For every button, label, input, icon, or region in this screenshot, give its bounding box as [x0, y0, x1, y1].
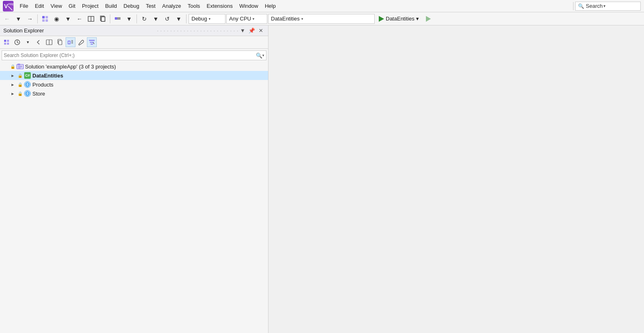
forward-button[interactable]: → [25, 14, 35, 24]
toolbar-sep-4 [186, 14, 187, 23]
se-properties-button[interactable] [66, 37, 75, 47]
se-search-bar[interactable]: 🔍 ▾ [2, 50, 266, 60]
store-icon [24, 90, 31, 97]
back-button[interactable]: ← [2, 14, 12, 24]
se-search-dropdown[interactable]: ▾ [262, 53, 264, 57]
platform-label: Any CPU [229, 16, 251, 22]
products-lock-icon: 🔒 [18, 82, 23, 87]
se-header-buttons: ▼ 📌 ✕ [239, 27, 265, 35]
undo-dropdown[interactable]: ▼ [150, 14, 161, 24]
class-view-button[interactable] [112, 14, 123, 24]
se-split-view-button[interactable] [44, 37, 54, 47]
split-button[interactable] [86, 14, 96, 24]
menu-window[interactable]: Window [236, 0, 262, 12]
se-close-button[interactable]: ✕ [257, 27, 265, 35]
content-area [269, 25, 644, 333]
copy-button[interactable] [97, 14, 108, 24]
toolbar: ← ▼ → ◉ ▼ ← ▼ [0, 12, 644, 25]
redo-dropdown[interactable]: ▼ [173, 14, 184, 24]
svg-rect-17 [4, 40, 6, 42]
project-dropdown[interactable]: DataEntities ▾ [268, 14, 375, 24]
dataentities-icon: C# [24, 72, 31, 79]
menu-search-label: Search [586, 3, 603, 9]
svg-rect-5 [46, 16, 48, 18]
menu-search-box[interactable]: 🔍 Search ▾ [575, 2, 641, 11]
solution-icon [16, 63, 24, 70]
solution-label: Solution 'exampleApp' (3 of 3 projects) [25, 64, 116, 70]
menu-extensions[interactable]: Extensions [203, 0, 236, 12]
toolbar-sep-2 [110, 14, 110, 23]
history-dropdown[interactable]: ▼ [63, 14, 73, 24]
run-outline-button[interactable] [423, 14, 434, 24]
se-pin-button[interactable]: 📌 [248, 27, 256, 35]
dataentities-lock-icon: 🔒 [18, 73, 23, 78]
menu-test[interactable]: Test [143, 0, 159, 12]
se-collapse-button[interactable]: ▼ [239, 27, 247, 35]
se-search-icon: 🔍 [256, 52, 262, 59]
menu-build[interactable]: Build [102, 0, 120, 12]
menu-debug[interactable]: Debug [120, 0, 142, 12]
se-history-button[interactable] [12, 37, 22, 47]
config-arrow: ▾ [209, 17, 211, 21]
play-outline-icon [426, 16, 431, 22]
menu-view[interactable]: View [47, 0, 65, 12]
menu-git[interactable]: Git [65, 0, 79, 12]
svg-rect-19 [4, 43, 6, 45]
se-sync-button[interactable] [2, 37, 11, 47]
svg-rect-36 [18, 64, 20, 65]
dataentities-arrow: ► [11, 73, 16, 78]
main-area: Solution Explorer · · · · · · · · · · · … [0, 25, 644, 333]
tree-project-products[interactable]: ► 🔒 Products [0, 80, 268, 89]
menu-bar: V PRE File Edit View Git Project Build D… [0, 0, 644, 12]
config-label: Debug [191, 16, 207, 22]
svg-rect-7 [46, 19, 48, 22]
toolbar-sep-3 [137, 14, 137, 23]
menu-tools[interactable]: Tools [184, 0, 203, 12]
products-label: Products [32, 82, 53, 88]
tree-project-store[interactable]: ► 🔒 Store [0, 89, 268, 98]
new-project-button[interactable] [40, 14, 50, 24]
menu-analyze[interactable]: Analyze [159, 0, 184, 12]
se-wrench-button[interactable] [76, 37, 86, 47]
dataentities-label: DataEntities [32, 73, 63, 79]
config-dropdown[interactable]: Debug ▾ [189, 14, 225, 24]
svg-rect-26 [68, 41, 70, 44]
history-button[interactable]: ◉ [51, 14, 62, 24]
menu-project[interactable]: Project [79, 0, 102, 12]
svg-rect-18 [7, 40, 9, 42]
se-history-dropdown[interactable]: ▼ [23, 37, 33, 47]
svg-line-33 [93, 43, 94, 44]
menu-separator [573, 2, 573, 10]
se-header-dots: · · · · · · · · · · · · · · · · · · · · … [157, 28, 239, 33]
store-arrow: ► [11, 91, 16, 96]
se-back-button[interactable] [34, 37, 43, 47]
svg-rect-30 [89, 40, 95, 41]
svg-rect-13 [115, 17, 117, 20]
run-label: DataEntities [386, 16, 414, 22]
project-label: DataEntities [271, 16, 300, 22]
class-view-dropdown[interactable]: ▼ [124, 14, 134, 24]
tree-solution-root[interactable]: 🔒 Solution 'exampleApp' (3 of 3 projects… [0, 62, 268, 71]
store-label: Store [32, 91, 45, 97]
se-filter-button[interactable] [87, 37, 97, 47]
se-header: Solution Explorer · · · · · · · · · · · … [0, 25, 268, 36]
back-dropdown[interactable]: ▼ [13, 14, 24, 24]
search-icon: 🔍 [578, 3, 584, 9]
platform-dropdown[interactable]: Any CPU ▾ [226, 14, 267, 24]
solution-lock-icon: 🔒 [10, 64, 15, 69]
run-button[interactable]: DataEntities ▾ [375, 15, 422, 23]
menu-help[interactable]: Help [262, 0, 279, 12]
se-search-input[interactable] [4, 52, 255, 58]
menu-edit[interactable]: Edit [32, 0, 47, 12]
undo-button[interactable]: ↻ [139, 14, 150, 24]
go-back-button[interactable]: ← [74, 14, 85, 24]
solution-explorer: Solution Explorer · · · · · · · · · · · … [0, 25, 269, 333]
search-dropdown-arrow: ▾ [603, 4, 605, 8]
se-copy-button[interactable] [55, 37, 65, 47]
menu-file[interactable]: File [16, 0, 32, 12]
tree-project-dataentities[interactable]: ► 🔒 C# DataEntities [0, 71, 268, 80]
svg-rect-20 [7, 43, 9, 45]
run-dropdown: ▾ [416, 16, 419, 22]
redo-button[interactable]: ↺ [162, 14, 173, 24]
vs-logo: V PRE [2, 0, 15, 12]
